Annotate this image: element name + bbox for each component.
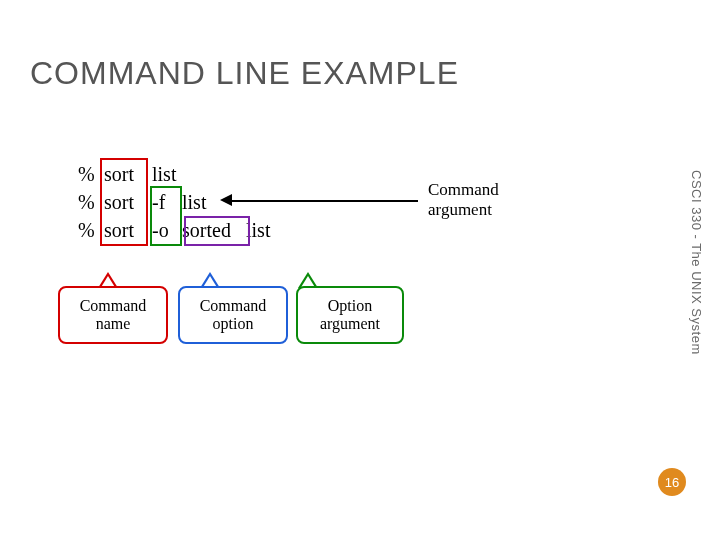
slide-title: COMMAND LINE EXAMPLE [30,55,459,92]
callout-command-name: Command name [58,286,168,344]
callout-command-option: Command option [178,286,288,344]
label-command-argument: Command argument [428,180,499,220]
slide: COMMAND LINE EXAMPLE % sort list % sort … [0,0,720,540]
command-arg-text: list [149,160,213,188]
callout-command-option-text: Command option [200,297,267,333]
highlight-command-name [100,158,148,246]
page-number: 16 [665,475,679,490]
prompt-symbol: % [75,160,101,188]
arrow-line [230,200,418,202]
page-number-badge: 16 [658,468,686,496]
prompt-symbol: % [75,216,101,244]
highlight-command-option [150,186,182,246]
arrow-head-icon [220,194,232,206]
label-command-argument-line1: Command argument [428,180,499,219]
callout-option-argument-text: Option argument [320,297,380,333]
command-arg-text: list [179,188,243,216]
course-label: CSCI 330 - The UNIX System [689,170,704,355]
highlight-option-argument [184,216,250,246]
callout-option-argument: Option argument [296,286,404,344]
callout-command-name-text: Command name [80,297,147,333]
prompt-symbol: % [75,188,101,216]
